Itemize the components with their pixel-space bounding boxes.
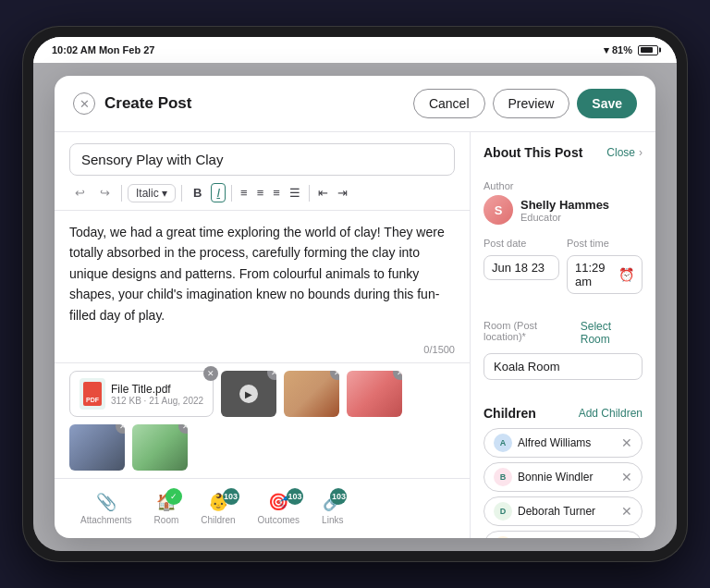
- modal-header-left: ✕ Create Post: [73, 92, 191, 115]
- child-name-3: Deborah Turner: [518, 505, 595, 518]
- file-icon: PDF: [80, 378, 105, 410]
- child-tag-left-3: D Deborah Turner: [494, 502, 595, 521]
- child-tag-left-1: A Alfred Williams: [494, 434, 591, 452]
- child-remove-1[interactable]: ✕: [621, 435, 632, 450]
- room-tool[interactable]: ✓ 🏠 Room: [143, 488, 190, 529]
- child-tag-left-4: E Edna O'Keefe: [494, 536, 586, 538]
- about-post-header: About This Post Close ›: [484, 145, 643, 160]
- align-justify-button[interactable]: ☰: [287, 184, 303, 202]
- font-style-dropdown[interactable]: Italic ▾: [128, 184, 176, 202]
- children-tool[interactable]: 103 👶 Children: [190, 488, 246, 529]
- children-section: Children Add Children A Alfred Williams …: [484, 406, 643, 538]
- close-panel-link[interactable]: Close: [606, 146, 635, 159]
- image-thumbnail-2[interactable]: ✕: [347, 371, 402, 417]
- toolbar-separator-4: [309, 185, 310, 202]
- room-section: Room (Post location)* Select Room Koala …: [484, 320, 643, 380]
- file-meta: 312 KB · 21 Aug, 2022: [111, 396, 203, 406]
- image-thumbnail-3[interactable]: ✕: [69, 424, 125, 471]
- room-check-badge: ✓: [165, 488, 182, 505]
- image-thumbnail-4[interactable]: ✕: [132, 424, 188, 471]
- image-thumbnail-1[interactable]: ✕: [284, 371, 339, 417]
- image-preview-3: [69, 424, 125, 471]
- children-badge: 103: [223, 488, 239, 505]
- child-avatar-3: D: [494, 502, 512, 521]
- child-tag-3: D Deborah Turner ✕: [484, 496, 643, 526]
- wifi-icon: ▾ 81%: [604, 44, 632, 56]
- indent-button[interactable]: ⇥: [335, 184, 350, 202]
- child-name-1: Alfred Williams: [518, 436, 591, 449]
- author-role: Educator: [520, 212, 609, 223]
- modal-overlay: ✕ Create Post Cancel Preview Save: [33, 63, 677, 551]
- child-avatar-1: A: [494, 434, 512, 452]
- add-children-link[interactable]: Add Children: [579, 407, 643, 420]
- cancel-button[interactable]: Cancel: [413, 89, 485, 118]
- close-button[interactable]: ✕: [73, 92, 95, 115]
- outcomes-icon: 🎯: [268, 492, 288, 512]
- status-bar-right: ▾ 81%: [604, 44, 658, 56]
- save-button[interactable]: Save: [577, 89, 637, 118]
- child-remove-2[interactable]: ✕: [621, 470, 632, 484]
- file-icon-inner: PDF: [83, 382, 102, 406]
- play-button[interactable]: ▶: [239, 385, 258, 403]
- author-row: S Shelly Hammes Educator: [484, 195, 643, 225]
- chevron-right-icon: ›: [639, 146, 643, 159]
- room-section-header: Room (Post location)* Select Room: [484, 320, 643, 346]
- redo-button[interactable]: ↪: [94, 183, 116, 202]
- toolbar-separator-2: [181, 185, 182, 202]
- file-name: File Title.pdf: [111, 383, 203, 396]
- video-remove-button[interactable]: ✕: [267, 371, 276, 380]
- post-title-input[interactable]: [69, 143, 455, 176]
- align-left-button[interactable]: ≡: [238, 184, 251, 202]
- post-time-field: Post time 11:29 am ⏰: [567, 238, 643, 294]
- post-date-input[interactable]: Jun 18 23: [484, 255, 559, 280]
- outcomes-badge: 103: [287, 488, 303, 505]
- outdent-button[interactable]: ⇤: [315, 184, 331, 202]
- right-panel: About This Post Close › Author S: [471, 132, 655, 538]
- video-thumbnail[interactable]: ▶ ✕: [221, 371, 276, 417]
- align-center-button[interactable]: ≡: [254, 184, 267, 202]
- child-tag-1: A Alfred Williams ✕: [484, 428, 643, 458]
- italic-button[interactable]: I: [211, 183, 226, 202]
- editor-toolbar: ↩ ↪ Italic ▾ B I ≡ ≡ ≡ ☰: [55, 176, 470, 211]
- header-buttons: Cancel Preview Save: [413, 89, 637, 118]
- room-label: Room: [154, 515, 179, 525]
- author-avatar-initial: S: [495, 203, 503, 217]
- preview-button[interactable]: Preview: [493, 89, 570, 118]
- outcomes-tool[interactable]: 103 🎯 Outcomes: [247, 488, 312, 529]
- file-attachment: PDF File Title.pdf 312 KB · 21 Aug, 2022…: [69, 371, 214, 417]
- content-area[interactable]: Today, we had a great time exploring the…: [55, 211, 470, 362]
- bold-button[interactable]: B: [188, 183, 207, 202]
- bottom-toolbar: 📎 Attachments ✓ 🏠 Room 103 👶: [55, 478, 470, 538]
- author-label: Author: [484, 180, 643, 191]
- select-room-link[interactable]: Select Room: [581, 320, 643, 346]
- author-section: Author S Shelly Hammes Educator: [484, 180, 643, 225]
- post-date-field: Post date Jun 18 23: [484, 238, 559, 294]
- time-value: 11:29 am: [575, 261, 615, 288]
- undo-button[interactable]: ↩: [69, 183, 91, 202]
- tablet-shell: 10:02 AM Mon Feb 27 ▾ 81% ✕ Create Post: [22, 26, 688, 562]
- align-right-button[interactable]: ≡: [270, 184, 283, 202]
- children-list: A Alfred Williams ✕ B Bonnie Windler: [484, 428, 643, 538]
- attachments-label: Attachments: [80, 515, 132, 525]
- child-tag-left-2: B Bonnie Windler: [494, 468, 593, 486]
- author-info: Shelly Hammes Educator: [520, 198, 609, 223]
- children-label: Children: [201, 515, 235, 525]
- toolbar-separator-3: [231, 185, 232, 202]
- status-bar-left: 10:02 AM Mon Feb 27: [52, 44, 154, 55]
- room-value[interactable]: Koala Room: [484, 353, 643, 380]
- room-section-label: Room (Post location)*: [484, 320, 581, 342]
- attachments-area: PDF File Title.pdf 312 KB · 21 Aug, 2022…: [55, 362, 470, 478]
- child-name-2: Bonnie Windler: [518, 471, 593, 484]
- child-remove-3[interactable]: ✕: [621, 504, 632, 519]
- image-preview-2: [347, 371, 402, 417]
- post-time-input[interactable]: 11:29 am ⏰: [567, 255, 643, 294]
- battery-fill: [641, 47, 654, 53]
- image-preview-4: [132, 424, 188, 471]
- author-avatar: S: [484, 195, 513, 225]
- modal-title: Create Post: [104, 94, 191, 113]
- links-tool[interactable]: 103 🔗 Links: [311, 488, 354, 529]
- attachments-tool[interactable]: 📎 Attachments: [69, 488, 143, 529]
- tablet-screen: 10:02 AM Mon Feb 27 ▾ 81% ✕ Create Post: [33, 37, 677, 551]
- image-preview-1: [284, 371, 339, 417]
- file-remove-button[interactable]: ✕: [203, 366, 218, 381]
